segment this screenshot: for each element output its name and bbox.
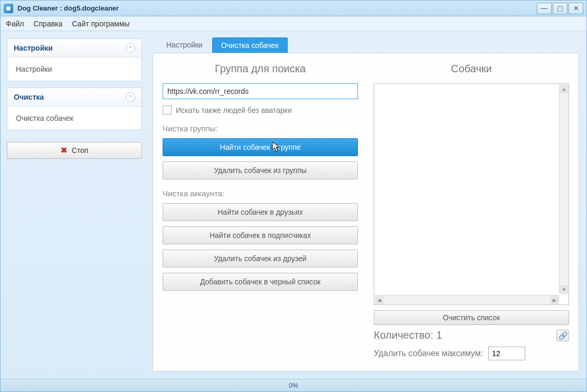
chevron-up-icon[interactable]: ⌃ bbox=[126, 43, 135, 53]
tab-settings[interactable]: Настройки bbox=[158, 37, 211, 53]
stop-button-label: Стоп bbox=[72, 146, 89, 155]
sidebar-item-clean-dogs[interactable]: Очистка собачек bbox=[7, 107, 141, 130]
group-search-heading: Группа для поиска bbox=[163, 63, 358, 75]
menu-site[interactable]: Сайт программы bbox=[72, 20, 129, 28]
menu-file[interactable]: Файл bbox=[6, 20, 24, 28]
sidebar-panel-settings: Настройки ⌃ Настройки bbox=[7, 39, 142, 81]
dogs-listbox[interactable]: ▲ ▼ ◀ ▶ bbox=[374, 83, 569, 305]
statusbar: 0% bbox=[1, 379, 586, 391]
minimize-button[interactable]: — bbox=[537, 3, 552, 14]
scroll-right-icon[interactable]: ▶ bbox=[550, 295, 559, 304]
group-search-column: Группа для поиска Искать также людей без… bbox=[163, 61, 358, 360]
tabs: Настройки Очистка собачек bbox=[153, 37, 579, 53]
panel-title-clean: Очистка bbox=[14, 93, 44, 101]
group-url-input[interactable] bbox=[163, 83, 358, 99]
account-clean-label: Чистка аккаунта: bbox=[163, 189, 358, 198]
count-label: Количество: 1 bbox=[374, 329, 442, 341]
tab-content: Группа для поиска Искать также людей без… bbox=[153, 53, 579, 371]
scroll-up-icon[interactable]: ▲ bbox=[560, 84, 569, 93]
blacklist-dogs-button[interactable]: Добавить собачек в черный список bbox=[163, 273, 358, 291]
delete-dogs-friends-button[interactable]: Удалить собачек из друзей bbox=[163, 250, 358, 267]
checkbox-icon[interactable] bbox=[163, 106, 172, 114]
dogs-heading: Собачки bbox=[374, 63, 569, 75]
app-icon bbox=[4, 4, 13, 13]
no-avatar-label: Искать также людей без аватарки bbox=[176, 106, 292, 114]
sidebar-item-settings[interactable]: Настройки bbox=[7, 58, 141, 81]
panel-header-settings[interactable]: Настройки ⌃ bbox=[7, 39, 141, 58]
chevron-up-icon[interactable]: ⌃ bbox=[126, 92, 135, 102]
scroll-left-icon[interactable]: ◀ bbox=[375, 295, 384, 304]
max-delete-label: Удалить собачек максимум: bbox=[374, 349, 483, 358]
panel-title-settings: Настройки bbox=[14, 44, 53, 52]
close-icon: ✖ bbox=[61, 146, 68, 155]
vertical-scrollbar[interactable]: ▲ ▼ bbox=[559, 84, 568, 294]
max-delete-input[interactable] bbox=[488, 347, 525, 360]
window-title: Dog Cleaner : dog5.dogcleaner bbox=[17, 4, 536, 12]
app-window: Dog Cleaner : dog5.dogcleaner — ▢ ✕ Файл… bbox=[0, 0, 587, 392]
sidebar: Настройки ⌃ Настройки Очистка ⌃ Очистка … bbox=[1, 31, 148, 379]
scroll-down-icon[interactable]: ▼ bbox=[560, 285, 569, 294]
clear-list-button[interactable]: Очистить список bbox=[374, 310, 569, 325]
body: Настройки ⌃ Настройки Очистка ⌃ Очистка … bbox=[1, 31, 586, 379]
close-button[interactable]: ✕ bbox=[569, 3, 583, 14]
delete-dogs-group-button[interactable]: Удалить собачек из группы bbox=[163, 161, 358, 179]
dogs-column: Собачки ▲ ▼ ◀ ▶ Очистить список Ко bbox=[374, 61, 569, 360]
find-dogs-friends-button[interactable]: Найти собачек в друзьях bbox=[163, 203, 358, 221]
find-dogs-group-button[interactable]: Найти собачек в группе bbox=[163, 138, 358, 156]
find-dogs-subscribers-button[interactable]: Найти собачек в подписчиках bbox=[163, 226, 358, 244]
progress-label: 0% bbox=[289, 382, 298, 389]
maximize-button[interactable]: ▢ bbox=[553, 3, 567, 14]
sidebar-panel-clean: Очистка ⌃ Очистка собачек bbox=[7, 88, 142, 130]
group-clean-label: Чистка группы: bbox=[163, 124, 358, 133]
tab-clean-dogs[interactable]: Очистка собачек bbox=[212, 37, 288, 53]
horizontal-scrollbar[interactable]: ◀ ▶ bbox=[375, 295, 559, 304]
titlebar: Dog Cleaner : dog5.dogcleaner — ▢ ✕ bbox=[1, 1, 586, 16]
panel-header-clean[interactable]: Очистка ⌃ bbox=[7, 88, 141, 107]
stop-button[interactable]: ✖ Стоп bbox=[7, 142, 142, 159]
main-area: Настройки Очистка собачек Группа для пои… bbox=[148, 31, 586, 379]
no-avatar-checkbox-row[interactable]: Искать также людей без аватарки bbox=[163, 106, 358, 114]
menubar: Файл Справка Сайт программы bbox=[1, 16, 586, 31]
link-icon[interactable]: 🔗 bbox=[556, 330, 569, 341]
menu-help[interactable]: Справка bbox=[33, 20, 62, 28]
